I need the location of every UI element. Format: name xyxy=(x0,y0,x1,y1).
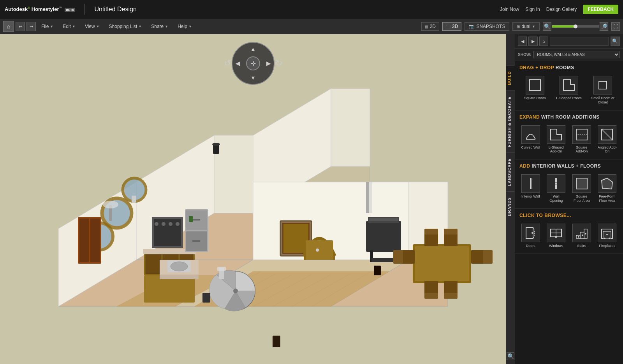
menu-right: ▦ 2D ⬛ 3D 📷 SNAPSHOTS ⊞ dual ▼ 🔍 🔎 ⛶ xyxy=(421,22,620,31)
nav-right-arrow[interactable]: ▶ xyxy=(266,60,271,66)
square-addon-item[interactable]: Square Add-On xyxy=(570,124,593,156)
panel-wrapper: BUILD FURNISH & DECORATE LANDSCAPE BRAND… xyxy=(506,34,623,364)
svg-point-132 xyxy=(582,234,583,236)
design-title: Untitled Design xyxy=(94,6,137,13)
interior-title: ADD INTERIOR WALLS + FLOORS xyxy=(519,163,618,169)
panel-content: ◀ ▶ ⌂ 🔍 SHOW: ROOMS, WALLS & AREAS xyxy=(515,34,623,364)
forward-button[interactable]: ▶ xyxy=(528,37,537,46)
nav-left-arrow[interactable]: ◀ xyxy=(236,60,240,66)
share-menu[interactable]: Share ▼ xyxy=(147,22,172,31)
magnify-button[interactable]: 🔍 xyxy=(507,352,514,360)
dual-button[interactable]: ⊞ dual ▼ xyxy=(512,22,540,31)
zoom-slider[interactable] xyxy=(552,25,599,28)
svg-rect-77 xyxy=(424,229,438,234)
square-floor-icon xyxy=(572,174,591,193)
curved-wall-icon xyxy=(521,125,540,144)
svg-rect-107 xyxy=(530,80,540,91)
svg-rect-86 xyxy=(471,250,485,264)
l-shaped-addon-item[interactable]: L-Shaped Add-On xyxy=(545,124,568,156)
wall-opening-item[interactable]: Wall Opening xyxy=(545,173,568,205)
windows-icon xyxy=(547,224,565,242)
svg-rect-105 xyxy=(366,182,369,213)
svg-rect-91 xyxy=(374,266,381,275)
panel-top-nav: ◀ ▶ ⌂ 🔍 xyxy=(515,34,623,49)
view-3d-button[interactable]: ⬛ 3D xyxy=(442,22,461,31)
nav-up-arrow[interactable]: ▲ xyxy=(250,46,256,52)
svg-rect-120 xyxy=(576,178,587,189)
show-select[interactable]: ROOMS, WALLS & AREAS xyxy=(533,51,620,58)
stairs-icon xyxy=(572,224,591,242)
shopping-list-menu[interactable]: Shopping List ▼ xyxy=(105,22,146,31)
logo-text: Autodesk® Homestyler™ BETA xyxy=(5,6,75,12)
brands-tab[interactable]: BRANDS xyxy=(506,191,515,222)
landscape-tab[interactable]: LANDSCAPE xyxy=(506,152,515,191)
stairs-item[interactable]: Stairs xyxy=(570,222,593,250)
svg-rect-106 xyxy=(369,182,372,213)
edit-menu[interactable]: Edit ▼ xyxy=(59,22,79,31)
redo-button[interactable]: ↪ xyxy=(26,22,36,31)
nav-rotate-left-button[interactable]: ↺ xyxy=(224,58,231,68)
zoom-out-button[interactable]: 🔍 xyxy=(543,22,551,31)
interior-wall-item[interactable]: Interior Wall xyxy=(519,173,542,205)
zoom-in-button[interactable]: 🔎 xyxy=(600,22,608,31)
undo-button[interactable]: ↩ xyxy=(16,22,25,31)
svg-point-104 xyxy=(316,248,319,252)
svg-rect-103 xyxy=(306,240,333,260)
curved-wall-item[interactable]: Curved Wall xyxy=(519,124,542,156)
join-now-link[interactable]: Join Now xyxy=(500,7,519,12)
small-room-item[interactable]: Small Room or Closet xyxy=(588,74,618,106)
panel-search-input[interactable] xyxy=(550,37,609,46)
nav-rotate-right-button[interactable]: ↻ xyxy=(275,58,282,68)
svg-rect-30 xyxy=(90,219,100,262)
svg-rect-67 xyxy=(273,336,280,347)
help-menu[interactable]: Help ▼ xyxy=(174,22,196,31)
home-panel-button[interactable]: ⌂ xyxy=(539,37,548,46)
feedback-button[interactable]: FEEDBACK xyxy=(583,5,618,14)
snapshots-button[interactable]: 📷 SNAPSHOTS xyxy=(465,22,509,31)
nav-center-button[interactable]: ✛ xyxy=(246,56,260,70)
show-label: SHOW: xyxy=(518,52,531,57)
fireplaces-item[interactable]: Fireplaces xyxy=(596,222,619,250)
svg-point-133 xyxy=(585,233,586,234)
view-menu[interactable]: View ▼ xyxy=(81,22,104,31)
home-button[interactable]: ⌂ xyxy=(3,21,14,32)
svg-point-131 xyxy=(578,236,579,238)
doors-item[interactable]: Doors xyxy=(519,222,542,250)
svg-rect-109 xyxy=(599,81,607,89)
svg-rect-76 xyxy=(424,233,438,246)
back-button[interactable]: ◀ xyxy=(518,37,527,46)
square-room-item[interactable]: Square Room xyxy=(519,74,550,106)
svg-point-138 xyxy=(604,238,605,239)
svg-point-51 xyxy=(171,262,188,271)
panel-search-button[interactable]: 🔍 xyxy=(611,37,620,46)
windows-item[interactable]: Windows xyxy=(545,222,568,250)
svg-point-137 xyxy=(609,238,610,239)
svg-rect-75 xyxy=(415,246,469,281)
l-shaped-room-item[interactable]: L-Shaped Room xyxy=(553,74,584,106)
nav-ring: ▲ ▼ ◀ ▶ ✛ ↺ ↻ xyxy=(232,42,275,85)
expand-items: Curved Wall L-Shaped Add-On xyxy=(519,124,618,156)
svg-rect-112 xyxy=(576,129,587,140)
angled-addon-item[interactable]: Angled Add-On xyxy=(596,124,619,156)
maximize-button[interactable]: ⛶ xyxy=(611,22,620,31)
design-gallery-link[interactable]: Design Gallery xyxy=(546,7,577,12)
build-tab[interactable]: BUILD xyxy=(506,65,515,91)
nav-down-arrow[interactable]: ▼ xyxy=(250,75,256,81)
svg-point-55 xyxy=(233,289,238,293)
canvas-area[interactable]: ▲ ▼ ◀ ▶ ✛ ↺ ↻ xyxy=(0,34,506,364)
freeform-floor-item[interactable]: Free-Form Floor Area xyxy=(596,173,619,205)
separator xyxy=(84,4,85,15)
drag-drop-items: Square Room L-Shaped Room xyxy=(519,74,618,106)
square-floor-item[interactable]: Square Floor Area xyxy=(570,173,593,205)
svg-rect-84 xyxy=(401,250,415,264)
svg-rect-46 xyxy=(192,219,200,220)
sign-in-link[interactable]: Sign In xyxy=(525,7,540,12)
svg-rect-62 xyxy=(202,293,210,303)
file-menu[interactable]: File ▼ xyxy=(37,22,57,31)
svg-point-93 xyxy=(103,201,118,208)
svg-rect-70 xyxy=(369,218,398,221)
view-2d-button[interactable]: ▦ 2D xyxy=(421,22,439,31)
furnish-tab[interactable]: FURNISH & DECORATE xyxy=(506,91,515,153)
browse-section: CLICK TO BROWSE... xyxy=(515,209,623,254)
svg-rect-32 xyxy=(144,275,195,303)
